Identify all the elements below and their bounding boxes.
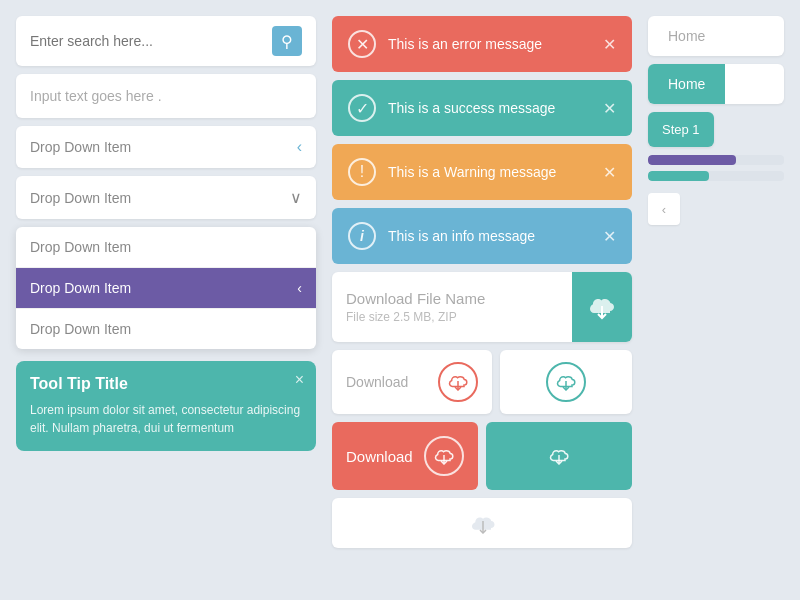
dropdown-open-item-1[interactable]: Drop Down Item	[16, 227, 316, 268]
nav-item-home-1[interactable]: Home	[648, 16, 725, 56]
error-text: This is an error message	[388, 36, 591, 52]
partial-cloud-row	[332, 498, 632, 548]
info-text: This is an info message	[388, 228, 591, 244]
download-label-2: Download	[346, 448, 413, 465]
nav-bar-1: Home	[648, 16, 784, 56]
success-icon: ✓	[348, 94, 376, 122]
info-icon: i	[348, 222, 376, 250]
error-icon: ✕	[348, 30, 376, 58]
dropdown-open: Drop Down Item Drop Down Item ‹ Drop Dow…	[16, 227, 316, 349]
download-solid-teal-button[interactable]	[486, 422, 632, 490]
download-solid-red-button[interactable]: Download	[332, 422, 478, 490]
search-icon: ⚲	[281, 32, 293, 51]
text-input-placeholder: Input text goes here .	[30, 88, 162, 104]
cloud-teal-icon	[546, 362, 586, 402]
progress-bars	[648, 155, 784, 181]
chevron-down-icon: ∨	[290, 188, 302, 207]
tooltip-close-button[interactable]: ×	[295, 371, 304, 389]
dropdown-open-label-1: Drop Down Item	[30, 239, 131, 255]
dropdown-item-1[interactable]: Drop Down Item ‹	[16, 126, 316, 168]
left-column: ⚲ Input text goes here . Drop Down Item …	[16, 16, 316, 584]
search-box: ⚲	[16, 16, 316, 66]
dropdown-open-label-2: Drop Down Item	[30, 280, 131, 296]
pagination-row: ‹	[648, 193, 784, 225]
warning-icon: !	[348, 158, 376, 186]
warning-close-button[interactable]: ✕	[603, 163, 616, 182]
tooltip-body: Lorem ipsum dolor sit amet, consectetur …	[30, 401, 302, 437]
download-file-size: File size 2.5 MB, ZIP	[346, 310, 558, 324]
download-card-button[interactable]	[572, 272, 632, 342]
progress-bar-teal-bg	[648, 171, 784, 181]
download-buttons-row-2: Download	[332, 422, 632, 490]
chevron-left-icon-selected: ‹	[297, 280, 302, 296]
steps-row: Step 1	[648, 112, 784, 147]
dropdown-label-1: Drop Down Item	[30, 139, 131, 155]
search-input[interactable]	[30, 33, 272, 49]
progress-bar-purple-fill	[648, 155, 736, 165]
chevron-left-icon: ‹	[297, 138, 302, 156]
download-file-name: Download File Name	[346, 290, 558, 307]
cloud-teal-solid-icon	[548, 447, 570, 465]
alert-warning: ! This is a Warning message ✕	[332, 144, 632, 200]
progress-bar-purple-bg	[648, 155, 784, 165]
tooltip-title: Tool Tip Title	[30, 375, 302, 393]
pagination-prev-button[interactable]: ‹	[648, 193, 680, 225]
progress-bar-teal-fill	[648, 171, 709, 181]
info-close-button[interactable]: ✕	[603, 227, 616, 246]
download-label-1: Download	[346, 374, 408, 390]
alert-error: ✕ This is an error message ✕	[332, 16, 632, 72]
step-item-1[interactable]: Step 1	[648, 112, 714, 147]
download-card: Download File Name File size 2.5 MB, ZIP	[332, 272, 632, 342]
partial-cloud-icon	[465, 512, 499, 534]
alert-success: ✓ This is a success message ✕	[332, 80, 632, 136]
dropdown-label-2: Drop Down Item	[30, 190, 131, 206]
download-buttons-row-1: Download	[332, 350, 632, 414]
warning-text: This is a Warning message	[388, 164, 591, 180]
alert-info: i This is an info message ✕	[332, 208, 632, 264]
cloud-white-icon	[424, 436, 464, 476]
error-close-button[interactable]: ✕	[603, 35, 616, 54]
success-text: This is a success message	[388, 100, 591, 116]
dropdown-item-2[interactable]: Drop Down Item ∨	[16, 176, 316, 219]
search-button[interactable]: ⚲	[272, 26, 302, 56]
nav-item-home-2[interactable]: Home	[648, 64, 725, 104]
nav-bar-2: Home	[648, 64, 784, 104]
download-outline-red-button[interactable]: Download	[332, 350, 492, 414]
dropdown-open-item-2[interactable]: Drop Down Item ‹	[16, 268, 316, 309]
download-teal-only-button[interactable]	[500, 350, 632, 414]
middle-column: ✕ This is an error message ✕ ✓ This is a…	[332, 16, 632, 584]
download-card-text: Download File Name File size 2.5 MB, ZIP	[332, 278, 572, 336]
right-column: Home Home Step 1 ‹	[648, 16, 784, 584]
tooltip-box: × Tool Tip Title Lorem ipsum dolor sit a…	[16, 361, 316, 451]
dropdown-open-label-3: Drop Down Item	[30, 321, 131, 337]
cloud-download-icon	[586, 293, 618, 321]
dropdown-open-item-3[interactable]: Drop Down Item	[16, 309, 316, 349]
success-close-button[interactable]: ✕	[603, 99, 616, 118]
text-input-box: Input text goes here .	[16, 74, 316, 118]
cloud-red-icon	[438, 362, 478, 402]
